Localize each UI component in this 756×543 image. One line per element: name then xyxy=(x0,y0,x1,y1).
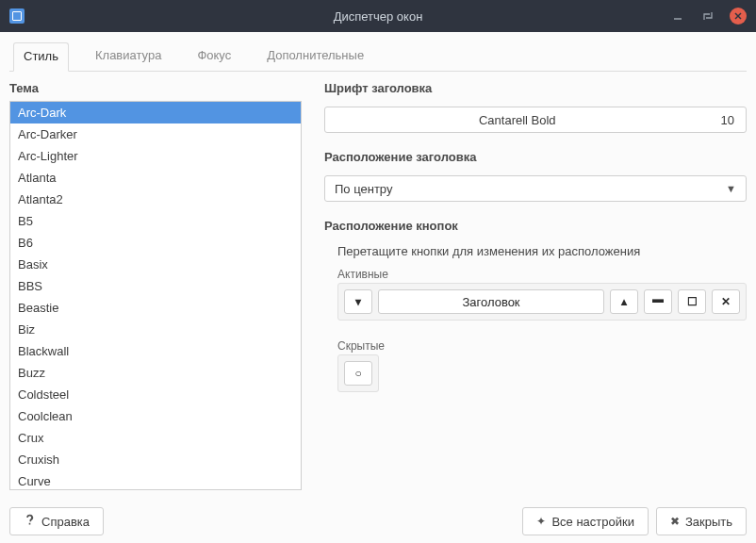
title-font-size: 10 xyxy=(710,113,746,127)
title-font-button[interactable]: Cantarell Bold 10 xyxy=(324,107,747,133)
close-x-icon: ✖ xyxy=(670,515,680,528)
theme-item[interactable]: Buzz xyxy=(10,362,301,384)
title-align-dropdown[interactable]: По центру ▼ xyxy=(324,175,747,202)
theme-item[interactable]: Crux xyxy=(10,427,301,449)
theme-item[interactable]: Atlanta2 xyxy=(10,189,301,210)
maximize-icon[interactable]: ☐ xyxy=(678,289,706,314)
theme-item[interactable]: B6 xyxy=(10,232,301,254)
theme-item[interactable]: Beastie xyxy=(10,297,301,319)
button-layout-label: Расположение кнопок xyxy=(324,219,747,233)
theme-item[interactable]: Blackwall xyxy=(10,340,301,362)
tab-keyboard[interactable]: Клавиатура xyxy=(86,42,171,72)
button-layout-hint: Перетащите кнопки для изменения их распо… xyxy=(337,244,747,258)
window-title: Диспетчер окон xyxy=(0,9,756,24)
app-icon xyxy=(9,8,25,24)
back-icon: ✦ xyxy=(536,515,546,528)
theme-item[interactable]: Coldsteel xyxy=(10,384,301,405)
close-dialog-label: Закрыть xyxy=(685,515,732,529)
theme-item[interactable]: Basix xyxy=(10,254,301,275)
tab-advanced[interactable]: Дополнительные xyxy=(257,42,373,72)
theme-item[interactable]: Arc-Darker xyxy=(10,123,301,145)
active-buttons-row: ▾ Заголовок ▴ ▬ ☐ ✕ xyxy=(337,283,747,321)
close-icon[interactable]: ✕ xyxy=(712,289,740,314)
theme-item[interactable]: Curve xyxy=(10,470,301,490)
theme-list[interactable]: Arc-DarkArc-DarkerArc-LighterAtlantaAtla… xyxy=(9,101,302,490)
close-dialog-button[interactable]: ✖ Закрыть xyxy=(656,507,747,535)
tab-style[interactable]: Стиль xyxy=(13,42,69,72)
theme-label: Тема xyxy=(9,81,302,95)
minimize-button[interactable] xyxy=(669,8,686,25)
title-align-value: По центру xyxy=(335,182,726,196)
all-settings-label: Все настройки xyxy=(551,515,634,529)
help-button-label: Справка xyxy=(41,515,90,529)
theme-item[interactable]: B5 xyxy=(10,210,301,232)
theme-item[interactable]: Arc-Dark xyxy=(10,102,301,123)
theme-item[interactable]: Cruxish xyxy=(10,449,301,470)
tab-focus[interactable]: Фокус xyxy=(188,42,240,72)
theme-item[interactable]: Arc-Lighter xyxy=(10,145,301,167)
theme-item[interactable]: BBS xyxy=(10,275,301,297)
hidden-buttons-row: ○ xyxy=(337,354,379,392)
footer: Справка ✦ Все настройки ✖ Закрыть xyxy=(9,498,747,535)
maximize-button[interactable] xyxy=(699,8,716,25)
minimize-icon[interactable]: ▬ xyxy=(644,289,672,314)
active-buttons-label: Активные xyxy=(337,268,747,283)
theme-item[interactable]: Biz xyxy=(10,319,301,340)
hidden-buttons-label: Скрытые xyxy=(337,339,747,354)
titlebar: Диспетчер окон xyxy=(0,0,756,32)
title-placeholder-button[interactable]: Заголовок xyxy=(378,289,604,314)
window-menu-icon[interactable]: ▾ xyxy=(344,289,372,314)
tab-bar: Стиль Клавиатура Фокус Дополнительные xyxy=(9,41,747,72)
theme-item[interactable]: Coolclean xyxy=(10,405,301,427)
chevron-down-icon: ▼ xyxy=(726,183,736,194)
shade-icon[interactable]: ○ xyxy=(344,361,372,386)
title-font-name: Cantarell Bold xyxy=(325,113,710,127)
theme-item[interactable]: Atlanta xyxy=(10,167,301,189)
stick-icon[interactable]: ▴ xyxy=(610,289,638,314)
all-settings-button[interactable]: ✦ Все настройки xyxy=(522,507,649,535)
title-font-label: Шрифт заголовка xyxy=(324,81,747,95)
help-button[interactable]: Справка xyxy=(9,507,104,535)
help-icon xyxy=(24,514,36,529)
close-button[interactable] xyxy=(730,8,747,25)
title-align-label: Расположение заголовка xyxy=(324,150,747,164)
